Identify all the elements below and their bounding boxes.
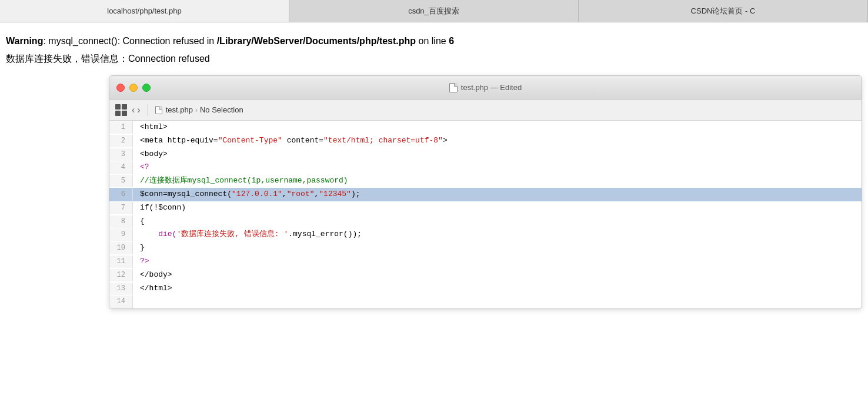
code-content-5: //连接数据库mysql_connect(ip,username,passwor… [133,174,348,188]
code-line-11: 11 ?> [109,255,862,268]
code-content-12: </body> [133,268,172,282]
breadcrumb-file-icon [155,106,162,114]
warning-text: : mysql_connect(): Connection refused in [43,36,214,46]
file-icon [449,83,458,92]
code-content-9: die('数据库连接失败, 错误信息: '.mysql_error()); [133,228,362,241]
line-number-2: 2 [109,135,133,147]
traffic-lights [116,84,151,92]
grid-icon[interactable] [115,104,127,116]
warning-label: Warning [6,36,43,46]
code-content-3: <body> [133,148,168,161]
editor-nav: ‹ › [132,105,141,115]
code-line-6: 6 $conn=mysql_connect("127.0.0.1","root"… [109,188,862,201]
code-content-2: <meta http-equiv="Content-Type" content=… [133,134,448,148]
code-line-5: 5 //连接数据库mysql_connect(ip,username,passw… [109,174,862,188]
code-content-13: </html> [133,282,172,296]
code-line-3: 3 <body> [109,148,862,161]
tab-csdn-forum[interactable]: CSDN论坛首页 - C [579,0,868,22]
code-line-9: 9 die('数据库连接失败, 错误信息: '.mysql_error()); [109,228,862,241]
code-line-1: 1 <html> [109,121,862,134]
warning-linenum: 6 [446,36,454,46]
close-button[interactable] [116,84,125,92]
line-number-1: 1 [109,121,133,134]
breadcrumb-selection: No Selection [200,105,243,114]
tab-label-csdn-search: csdn_百度搜索 [408,6,459,16]
code-content-14 [133,295,145,308]
maximize-button[interactable] [142,84,151,92]
code-line-14: 14 [109,295,862,308]
code-content-4: <? [133,161,149,174]
warning-message: Warning: mysql_connect(): Connection ref… [6,34,862,48]
code-line-4: 4 <? [109,161,862,174]
tab-csdn-search[interactable]: csdn_百度搜索 [289,0,579,22]
nav-back-button[interactable]: ‹ [132,105,135,115]
breadcrumb-file: test.php [166,105,193,114]
code-content-8: { [133,215,145,228]
code-line-13: 13 </html> [109,282,862,296]
editor-toolbar: ‹ › test.php › No Selection [109,99,862,121]
code-content-1: <html> [133,121,168,134]
line-number-6: 6 [109,188,133,201]
line-number-5: 5 [109,175,133,187]
line-number-3: 3 [109,148,133,161]
browser-content: Warning: mysql_connect(): Connection ref… [0,22,868,315]
code-content-7: if(!$conn) [133,201,186,215]
warning-path: /Library/WebServer/Documents/php/test.ph… [214,36,416,46]
code-line-10: 10 } [109,241,862,255]
line-number-9: 9 [109,228,133,241]
code-content-11: ?> [133,255,149,268]
line-number-10: 10 [109,242,133,254]
line-number-13: 13 [109,283,133,295]
code-line-12: 12 </body> [109,268,862,282]
code-line-8: 8 { [109,215,862,228]
breadcrumb-arrow: › [195,106,198,114]
code-line-7: 7 if(!$conn) [109,201,862,215]
editor-title-bar: test.php — Edited [109,76,862,99]
toolbar-divider [148,104,148,116]
tab-localhost[interactable]: localhost/php/test.php [0,0,289,22]
warning-on: on line [416,36,446,46]
line-number-12: 12 [109,269,133,281]
line-number-7: 7 [109,202,133,214]
error-message: 数据库连接失败，错误信息：Connection refused [6,52,862,66]
tab-label-csdn-forum: CSDN论坛首页 - C [691,6,756,16]
editor-window: test.php — Edited ‹ › test.php › No Sele… [109,75,862,309]
minimize-button[interactable] [129,84,138,92]
nav-forward-button[interactable]: › [137,105,140,115]
code-line-2: 2 <meta http-equiv="Content-Type" conten… [109,134,862,148]
line-number-11: 11 [109,256,133,268]
line-number-8: 8 [109,215,133,228]
code-content-10: } [133,241,145,255]
line-number-14: 14 [109,296,133,308]
breadcrumb: test.php › No Selection [155,105,243,114]
editor-title: test.php — Edited [449,83,522,92]
tab-label-localhost: localhost/php/test.php [107,6,181,15]
line-number-4: 4 [109,161,133,174]
code-editor: 1 <html> 2 <meta http-equiv="Content-Typ… [109,121,862,308]
editor-title-text: test.php — Edited [461,83,522,92]
browser-tabs-bar: localhost/php/test.php csdn_百度搜索 CSDN论坛首… [0,0,868,22]
code-content-6: $conn=mysql_connect("127.0.0.1","root","… [133,188,360,201]
